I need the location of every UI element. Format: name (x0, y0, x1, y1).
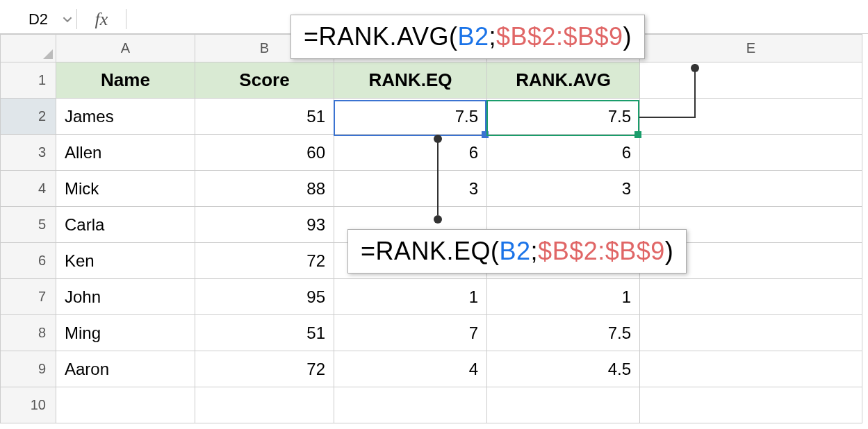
formula-token: ) (665, 237, 674, 265)
row-header-9[interactable]: 9 (1, 351, 56, 387)
select-all-corner[interactable] (1, 35, 56, 62)
cell-A5[interactable]: Carla (56, 207, 195, 243)
col-header-E[interactable]: E (640, 35, 862, 62)
col-header-A[interactable]: A (56, 35, 195, 62)
cell-A8[interactable]: Ming (56, 315, 195, 351)
cell-A9[interactable]: Aaron (56, 351, 195, 387)
cell-E2[interactable] (640, 99, 862, 135)
cell-E8[interactable] (640, 315, 862, 351)
row-header-3[interactable]: 3 (1, 135, 56, 171)
table-row: 10 (1, 387, 862, 423)
name-box[interactable]: D2 (0, 5, 76, 33)
cell-E4[interactable] (640, 171, 862, 207)
cell-C8[interactable]: 7 (334, 315, 487, 351)
cell-D4[interactable]: 3 (487, 171, 640, 207)
chevron-down-icon[interactable] (63, 10, 72, 28)
cell-E1[interactable] (640, 62, 862, 99)
formula-token: ; (489, 22, 496, 51)
cell-A6[interactable]: Ken (56, 243, 195, 279)
cell-C7[interactable]: 1 (334, 279, 487, 315)
table-row: 2 James 51 7.5 7.5 (1, 99, 862, 135)
cell-D8[interactable]: 7.5 (487, 315, 640, 351)
cell-E7[interactable] (640, 279, 862, 315)
cell-D3[interactable]: 6 (487, 135, 640, 171)
cell-B8[interactable]: 51 (195, 315, 334, 351)
cell-C2[interactable]: 7.5 (334, 99, 487, 135)
cell-B2[interactable]: 51 (195, 99, 334, 135)
name-box-value: D2 (28, 10, 48, 28)
formula-token: $B$2:$B$9 (538, 237, 665, 265)
cell-D10[interactable] (487, 387, 640, 423)
table-row: 8 Ming 51 7 7.5 (1, 315, 862, 351)
formula-token: =RANK.EQ( (361, 237, 500, 265)
cell-A3[interactable]: Allen (56, 135, 195, 171)
formula-token: $B$2:$B$9 (496, 22, 623, 51)
cell-E3[interactable] (640, 135, 862, 171)
row-header-10[interactable]: 10 (1, 387, 56, 423)
table-row: 7 John 95 1 1 (1, 279, 862, 315)
cell-B3[interactable]: 60 (195, 135, 334, 171)
formula-token: B2 (500, 237, 531, 265)
cell-E10[interactable] (640, 387, 862, 423)
formula-token: B2 (457, 22, 489, 51)
table-row: 3 Allen 60 6 6 (1, 135, 862, 171)
corner-triangle-icon (43, 49, 53, 59)
cell-A2[interactable]: James (56, 99, 195, 135)
cell-B1[interactable]: Score (195, 62, 334, 99)
cell-E9[interactable] (640, 351, 862, 387)
cell-A7[interactable]: John (56, 279, 195, 315)
cell-D9[interactable]: 4.5 (487, 351, 640, 387)
row-header-7[interactable]: 7 (1, 279, 56, 315)
table-row: 1 Name Score RANK.EQ RANK.AVG (1, 62, 862, 99)
cell-D7[interactable]: 1 (487, 279, 640, 315)
cell-B10[interactable] (195, 387, 334, 423)
cell-C9[interactable]: 4 (334, 351, 487, 387)
cell-B9[interactable]: 72 (195, 351, 334, 387)
cell-D1[interactable]: RANK.AVG (487, 62, 640, 99)
cell-C3[interactable]: 6 (334, 135, 487, 171)
formula-token: ; (531, 237, 539, 265)
table-row: 9 Aaron 72 4 4.5 (1, 351, 862, 387)
cell-C10[interactable] (334, 387, 487, 423)
cell-B4[interactable]: 88 (195, 171, 334, 207)
formula-token: =RANK.AVG( (304, 22, 457, 51)
cell-B5[interactable]: 93 (195, 207, 334, 243)
row-header-1[interactable]: 1 (1, 62, 56, 99)
formula-token: ) (623, 22, 632, 51)
table-row: 4 Mick 88 3 3 (1, 171, 862, 207)
formula-callout-rankeq: =RANK.EQ(B2;$B$2:$B$9) (347, 229, 687, 274)
row-header-2[interactable]: 2 (1, 99, 56, 135)
cell-C1[interactable]: RANK.EQ (334, 62, 487, 99)
cell-B6[interactable]: 72 (195, 243, 334, 279)
row-header-8[interactable]: 8 (1, 315, 56, 351)
cell-A1[interactable]: Name (56, 62, 195, 99)
cell-D2[interactable]: 7.5 (487, 99, 640, 135)
fx-label[interactable]: fx (77, 9, 126, 30)
row-header-6[interactable]: 6 (1, 243, 56, 279)
formula-callout-rankavg: =RANK.AVG(B2;$B$2:$B$9) (290, 15, 645, 59)
cell-A10[interactable] (56, 387, 195, 423)
cell-C4[interactable]: 3 (334, 171, 487, 207)
row-header-5[interactable]: 5 (1, 207, 56, 243)
row-header-4[interactable]: 4 (1, 171, 56, 207)
cell-B7[interactable]: 95 (195, 279, 334, 315)
cell-A4[interactable]: Mick (56, 171, 195, 207)
